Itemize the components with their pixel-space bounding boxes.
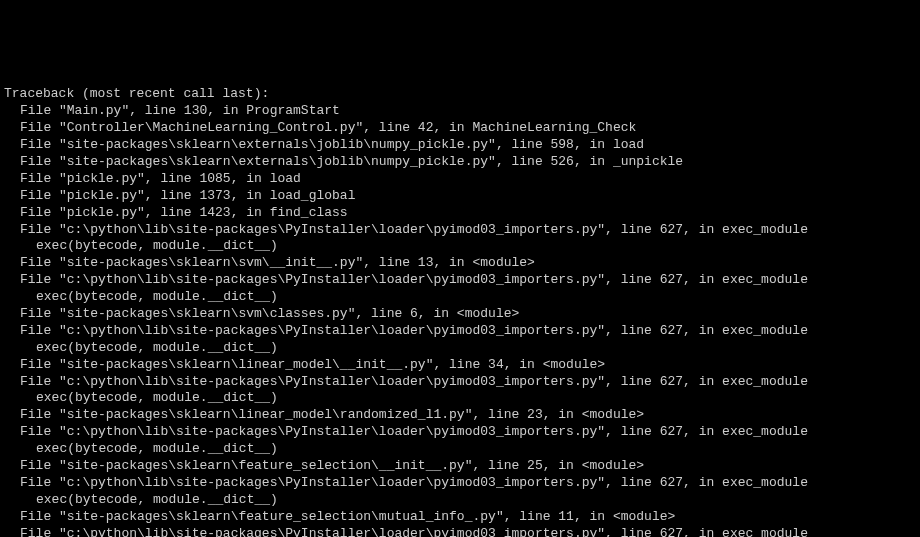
traceback-frame: File "c:\python\lib\site-packages\PyInst… xyxy=(4,475,916,492)
traceback-frame: File "pickle.py", line 1373, in load_glo… xyxy=(4,188,916,205)
traceback-frame: File "site-packages\sklearn\svm\classes.… xyxy=(4,306,916,323)
traceback-frame: File "c:\python\lib\site-packages\PyInst… xyxy=(4,222,916,239)
traceback-header: Traceback (most recent call last): xyxy=(4,86,916,103)
traceback-frame: exec(bytecode, module.__dict__) xyxy=(4,340,916,357)
traceback-frame: exec(bytecode, module.__dict__) xyxy=(4,441,916,458)
traceback-frame: File "c:\python\lib\site-packages\PyInst… xyxy=(4,424,916,441)
traceback-frame: File "site-packages\sklearn\feature_sele… xyxy=(4,509,916,526)
traceback-frame: exec(bytecode, module.__dict__) xyxy=(4,289,916,306)
traceback-frame: File "site-packages\sklearn\externals\jo… xyxy=(4,137,916,154)
traceback-frame: File "c:\python\lib\site-packages\PyInst… xyxy=(4,323,916,340)
traceback-frame: exec(bytecode, module.__dict__) xyxy=(4,238,916,255)
traceback-frame: File "pickle.py", line 1085, in load xyxy=(4,171,916,188)
traceback-frame: File "pickle.py", line 1423, in find_cla… xyxy=(4,205,916,222)
traceback-frame: File "c:\python\lib\site-packages\PyInst… xyxy=(4,526,916,537)
traceback-frame: File "Controller\MachineLearning_Control… xyxy=(4,120,916,137)
traceback-frame: File "site-packages\sklearn\linear_model… xyxy=(4,407,916,424)
traceback-frame: File "site-packages\sklearn\feature_sele… xyxy=(4,458,916,475)
traceback-frame: File "Main.py", line 130, in ProgramStar… xyxy=(4,103,916,120)
traceback-frame: exec(bytecode, module.__dict__) xyxy=(4,390,916,407)
traceback-frame: File "site-packages\sklearn\externals\jo… xyxy=(4,154,916,171)
traceback-frame: File "c:\python\lib\site-packages\PyInst… xyxy=(4,374,916,391)
traceback-frame: File "c:\python\lib\site-packages\PyInst… xyxy=(4,272,916,289)
traceback-frame: File "site-packages\sklearn\linear_model… xyxy=(4,357,916,374)
terminal-output: Traceback (most recent call last):File "… xyxy=(4,70,916,537)
traceback-frame: exec(bytecode, module.__dict__) xyxy=(4,492,916,509)
traceback-frame: File "site-packages\sklearn\svm\__init__… xyxy=(4,255,916,272)
